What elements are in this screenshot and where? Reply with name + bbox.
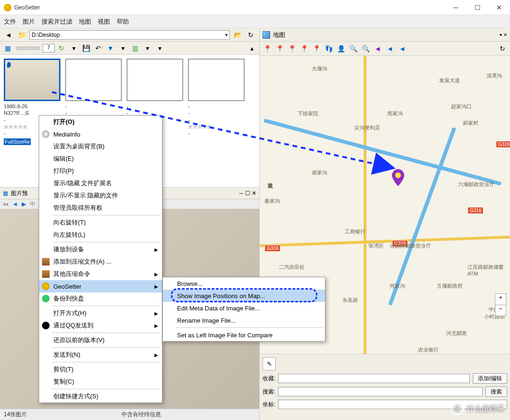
marker-red-icon[interactable]: 📍 (286, 43, 298, 54)
tool-icon[interactable]: ▾ (68, 43, 79, 53)
person-icon[interactable]: 👤 (335, 43, 347, 54)
svg-point-0 (395, 172, 401, 178)
map-header: 地图 ▾ ✕ (260, 28, 510, 42)
up-button[interactable]: 📁 (16, 30, 27, 40)
close-button[interactable]: ✕ (488, 0, 510, 15)
marker-purple-icon[interactable]: 📍 (262, 43, 273, 54)
nav-fwd-icon[interactable]: ◄ (397, 43, 408, 54)
ctx-other-archive[interactable]: 其他压缩命令▶ (39, 268, 162, 280)
ctx-openwith[interactable]: 打开方式(H)▶ (39, 307, 162, 319)
ctx-add-archive[interactable]: 添加到压缩文件(A) ... (39, 256, 162, 268)
ctx-open[interactable]: 打开(O) (39, 116, 162, 128)
status-info: 中含有经纬信息 (121, 411, 161, 419)
minimize-button[interactable]: ─ (445, 0, 467, 15)
ctx-showhide-ext[interactable]: 显示/隐藏 文件扩展名 (39, 177, 162, 189)
ctx-cut[interactable]: 剪切(T) (39, 363, 162, 376)
watermark: 值 什么值得买 (450, 402, 504, 415)
ctx-copy[interactable]: 复制(C) (39, 376, 162, 388)
ctx-sendto[interactable]: 发送到(N)▶ (39, 349, 162, 361)
fav-input[interactable] (278, 374, 469, 383)
zoom-sel-icon[interactable]: 🔍 (360, 43, 371, 54)
right-pane: 地图 ▾ ✕ 📍 📍 📍 📍 📍 👣 👤 🔍 🔍 ◄ ◄ ◄ ↻ G316 G3… (260, 28, 510, 420)
preview-title: 图片预 (11, 189, 28, 197)
map-marker[interactable] (392, 169, 404, 186)
refresh-button[interactable]: ↻ (245, 30, 256, 40)
nav-back-icon[interactable]: ◄ (384, 43, 396, 54)
thumbnail-4[interactable]: ---☆☆☆☆☆- (188, 59, 245, 183)
marker-yellow-icon[interactable]: 📍 (274, 43, 285, 54)
context-submenu: Browse... Show Image Positions on Map...… (162, 277, 325, 342)
refresh-icon[interactable]: ↻ (56, 43, 67, 53)
ctx-restore[interactable]: 还原以前的版本(V) (39, 334, 162, 346)
titlebar: GeoSetter ─ ☐ ✕ (0, 0, 510, 15)
zoom-control[interactable]: + − (495, 293, 506, 316)
search-button[interactable]: 搜索 (485, 386, 507, 397)
marker-set-icon[interactable]: 📍 (311, 43, 322, 54)
menu-help[interactable]: 帮助 (117, 17, 129, 26)
sub-edit-meta[interactable]: Edit Meta Data of Image File... (163, 302, 325, 314)
ctx-qq[interactable]: 通过QQ发送到▶ (39, 319, 162, 332)
first-icon[interactable]: ⏮ (3, 201, 8, 207)
export-icon[interactable]: ▾ (142, 43, 153, 53)
statusbar: 14张图片 中含有经纬信息 (0, 409, 259, 420)
fav-edit-button[interactable]: 添加/编辑 (473, 373, 507, 384)
menu-search[interactable]: 搜索并过滤 (42, 17, 72, 26)
sub-browse[interactable]: Browse... (163, 277, 325, 290)
collapse-icon[interactable]: ▴ (246, 43, 257, 53)
window-title: GeoSetter (14, 4, 40, 11)
ctx-showhide-hidden[interactable]: 显示/不显示 隐藏的文件 (39, 189, 162, 202)
size-field[interactable]: 7 (42, 44, 55, 52)
ctx-geosetter[interactable]: GeoSetter▶ (39, 280, 162, 292)
ctx-edit[interactable]: 编辑(E) (39, 153, 162, 165)
ctx-wallpaper[interactable]: 设置为桌面背景(B) (39, 140, 162, 153)
zoom-fit-icon[interactable]: 🔍 (348, 43, 359, 54)
view-mode-button[interactable]: ▦ (2, 43, 13, 53)
thumb-toolbar: ▦ 7 ↻ ▾ 💾 ↶ ▼ ▾ ▥ ▾ ▾ ▴ (0, 42, 259, 55)
maximize-button[interactable]: ☐ (467, 0, 488, 15)
map-refresh-icon[interactable]: ↻ (497, 43, 508, 54)
ctx-shortcut[interactable]: 创建快捷方式(S) (39, 390, 162, 403)
undo-icon[interactable]: ↶ (93, 43, 104, 53)
ctx-rotate-right[interactable]: 向右旋转(T) (39, 216, 162, 229)
sub-rename[interactable]: Rename Image File... (163, 314, 325, 326)
status-count: 14张图片 (4, 411, 27, 419)
size-slider[interactable] (16, 47, 40, 50)
import-icon[interactable]: ▾ (154, 43, 165, 53)
sub-show-positions[interactable]: Show Image Positions on Map... (163, 290, 325, 302)
menu-view[interactable]: 视图 (98, 17, 110, 26)
ctx-print[interactable]: 打印(P) (39, 165, 162, 177)
layout-icon[interactable]: ▥ (129, 43, 141, 53)
map-header-icon (263, 31, 270, 39)
map-toolbar: 📍 📍 📍 📍 📍 👣 👤 🔍 🔍 ◄ ◄ ◄ ↻ (260, 42, 510, 56)
app-icon (4, 4, 11, 11)
marker-add-icon[interactable]: 📍 (298, 43, 310, 54)
sort-icon[interactable]: ▾ (117, 43, 128, 53)
ctx-admin[interactable]: 管理员取得所有权 (39, 202, 162, 214)
prev-icon[interactable]: ◄ (12, 201, 18, 207)
ctx-mediainfo[interactable]: MediaInfo (39, 128, 162, 140)
path-combo[interactable]: D:\Desktop (29, 30, 230, 40)
ctx-rotate-left[interactable]: 向左旋转(L) (39, 229, 162, 241)
filter-icon[interactable]: ▼ (105, 43, 116, 53)
menu-file[interactable]: 文件 (4, 17, 16, 26)
menu-image[interactable]: 图片 (23, 17, 35, 26)
map-title: 地图 (273, 31, 285, 39)
path-toolbar: ◄ 📁 D:\Desktop 📂 ↻ (0, 28, 259, 42)
play-icon[interactable]: ▶ (22, 201, 26, 207)
sub-set-left[interactable]: Set as Left Image File for Compare (163, 329, 325, 341)
search-input[interactable] (278, 387, 483, 396)
nav-prev-icon[interactable]: ◄ (372, 43, 383, 54)
ctx-play[interactable]: 播放到设备▶ (39, 243, 162, 256)
back-button[interactable]: ◄ (3, 30, 14, 40)
context-menu: 打开(O) MediaInfo 设置为桌面背景(B) 编辑(E) 打印(P) 显… (39, 115, 162, 403)
menu-map[interactable]: 地图 (79, 17, 91, 26)
menubar: 文件 图片 搜索并过滤 地图 视图 帮助 (0, 15, 510, 28)
ctx-backup[interactable]: 备份到快盘 (39, 292, 162, 305)
folder-button[interactable]: 📂 (232, 30, 243, 40)
edit-icon[interactable]: ✎ (263, 357, 276, 370)
track-icon[interactable]: 👣 (323, 43, 334, 54)
save-icon[interactable]: 💾 (80, 43, 92, 53)
